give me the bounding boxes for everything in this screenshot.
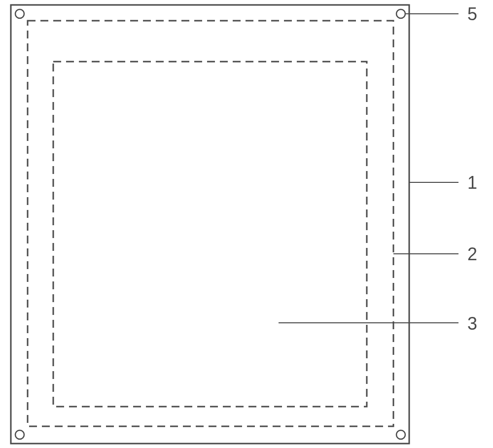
outer-frame — [11, 5, 409, 444]
corner-hole — [15, 430, 24, 439]
callout-2: 2 — [467, 244, 477, 265]
dashed-inner-rect — [53, 62, 367, 407]
corner-hole — [15, 9, 24, 18]
dashed-outer-rect — [28, 21, 393, 426]
callout-3: 3 — [467, 313, 477, 334]
callout-5: 5 — [467, 4, 477, 25]
diagram-canvas: 5 1 2 3 — [0, 0, 493, 448]
diagram-svg — [0, 0, 493, 448]
callout-1: 1 — [467, 172, 477, 193]
corner-hole — [396, 9, 405, 18]
corner-hole — [396, 430, 405, 439]
